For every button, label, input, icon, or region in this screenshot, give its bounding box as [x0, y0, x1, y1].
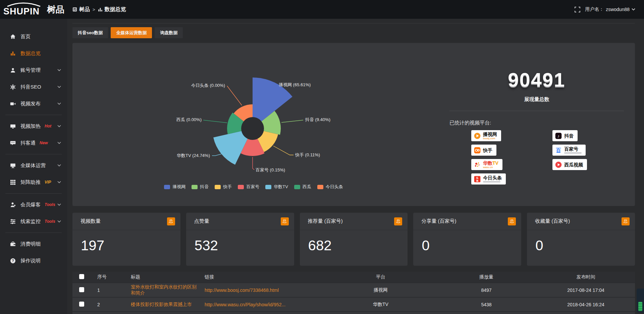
chart-legend: 播视网抖音快手百家号华数TV西瓜今日头条	[72, 184, 435, 190]
select-all-checkbox[interactable]	[79, 274, 84, 279]
breadcrumb-current-label: 数据总览	[105, 6, 126, 13]
chevron-down-icon	[57, 203, 61, 206]
summary-divider	[449, 111, 624, 111]
stat-card-value: 0	[527, 230, 635, 254]
legend-swatch	[164, 185, 170, 189]
total-badge[interactable]: 总	[167, 217, 175, 225]
sidebar-item-线索监控[interactable]: 线索监控Tools	[0, 213, 67, 230]
total-badge[interactable]: 总	[508, 217, 516, 225]
stat-card-header: 推荐量 (百家号)总	[300, 213, 408, 230]
total-badge[interactable]: 总	[622, 217, 630, 225]
logo-shupin-icon: SHUPIN	[3, 2, 46, 16]
cell-title[interactable]: 楼体投影灯投影效果震撼上市	[124, 297, 198, 312]
breadcrumb-current[interactable]: 数据总览	[98, 6, 126, 13]
tab-全媒体运营数据[interactable]: 全媒体运营数据	[111, 27, 152, 38]
legend-item-百家号[interactable]: 百家号	[238, 184, 259, 190]
legend-swatch	[317, 185, 323, 189]
floating-widget[interactable]	[637, 289, 644, 313]
legend-label: 西瓜	[303, 184, 311, 190]
legend-label: 百家号	[246, 184, 259, 190]
sidebar-item-首页[interactable]: 首页	[0, 28, 67, 45]
legend-swatch	[265, 185, 271, 189]
legend-item-华数TV[interactable]: 华数TV	[265, 184, 288, 190]
legend-item-快手[interactable]: 快手	[215, 184, 232, 190]
cell-time	[537, 312, 635, 314]
tab-询盘数据[interactable]: 询盘数据	[155, 27, 183, 38]
topbar: SHUPIN 树品 树品 > 数据总览 用户名：zswodun88	[0, 0, 644, 19]
label-leader-line	[227, 86, 242, 105]
sidebar-item-矩阵助推[interactable]: 矩阵助推VIP	[0, 174, 67, 191]
sliders-icon	[10, 219, 16, 224]
app-logo: SHUPIN 树品	[0, 2, 67, 16]
table-row: 2楼体投影灯投影效果震撼上市http://www.wasu.cn/Play/sh…	[72, 297, 635, 312]
cell-plays: 5438	[436, 297, 537, 312]
stat-card-推荐量 (百家号): 推荐量 (百家号)总682	[300, 213, 408, 266]
sidebar-item-label: 抖客通	[20, 140, 36, 146]
video-icon	[10, 101, 16, 107]
label-leader-line	[253, 157, 254, 170]
row-checkbox[interactable]	[79, 302, 84, 307]
toutiao-logo-icon: 头条	[474, 176, 481, 182]
stat-cards-row: 视频数量总197点赞量总532推荐量 (百家号)总682分享量 (百家号)总0收…	[72, 213, 635, 266]
platform-sub-strip	[483, 181, 500, 182]
row-checkbox[interactable]	[79, 287, 84, 292]
sidebar-item-label: 线索监控	[20, 218, 41, 225]
sidebar-badge-VIP: VIP	[45, 180, 51, 185]
chevron-down-icon	[57, 220, 61, 223]
main-content: 抖音seo数据全媒体运营数据询盘数据 播视网 (65.61%)抖音 (9.40%…	[67, 19, 644, 314]
stat-card-label: 视频数量	[80, 218, 101, 224]
sidebar-item-抖客通[interactable]: 抖客通New	[0, 135, 67, 151]
cell-link[interactable]	[198, 312, 325, 314]
col-header-链接: 链接	[198, 272, 325, 283]
sidebar-badge-Tools: Tools	[45, 219, 55, 224]
legend-item-西瓜[interactable]: 西瓜	[294, 184, 311, 190]
cell-no: 2	[91, 297, 124, 312]
cell-time: 2018-04-26 16:24	[537, 297, 635, 312]
platform-badge-播视网: 播视网boosj.com	[471, 130, 501, 141]
col-header-标题: 标题	[124, 272, 198, 283]
cell-title[interactable]: 室外水纹灯和室内水纹灯的区别和简介	[124, 283, 198, 297]
stat-card-分享量 (百家号): 分享量 (百家号)总0	[413, 213, 521, 266]
legend-item-播视网[interactable]: 播视网	[164, 184, 185, 190]
legend-item-今日头条[interactable]: 今日头条	[317, 184, 343, 190]
svg-text:?: ?	[12, 259, 14, 263]
legend-item-抖音[interactable]: 抖音	[192, 184, 209, 190]
logo-cn-text: 树品	[47, 4, 64, 15]
sidebar-item-会员爆客[interactable]: 会员爆客Tools	[0, 196, 67, 213]
cell-title[interactable]	[124, 312, 198, 314]
label-leader-line	[203, 120, 227, 123]
fullscreen-icon[interactable]	[575, 7, 580, 12]
platform-badge-今日头条: 头条今日头条	[471, 173, 506, 185]
platform-badges: 播视网boosj.com♪抖音快手百百家号华数TVwasu.cn西瓜视频头条今日…	[471, 130, 627, 185]
sidebar-item-视频发布[interactable]: 视频发布	[0, 95, 67, 112]
sidebar-item-消费明细[interactable]: 消费明细	[0, 235, 67, 252]
user-menu[interactable]: 用户名：zswodun88	[585, 6, 635, 12]
sidebar-item-账号管理[interactable]: 账号管理	[0, 62, 67, 78]
stat-card-value: 0	[413, 230, 521, 254]
platform-sub-label: wasu.cn	[483, 166, 493, 169]
sidebar-item-操作说明[interactable]: ?操作说明	[0, 252, 67, 269]
col-header-发布时间: 发布时间	[537, 272, 635, 283]
cell-link[interactable]: http://www.wasu.cn/Play/show/id/952...	[198, 297, 325, 312]
sidebar-item-抖音SEO[interactable]: 抖音SEO	[0, 78, 67, 95]
header-divider	[72, 23, 635, 23]
cell-link[interactable]: http://www.boosj.com/7338468.html	[198, 283, 325, 297]
cell-no: 1	[91, 283, 124, 297]
sidebar-divider	[5, 232, 62, 233]
monitor-icon	[10, 163, 16, 168]
table-header-row: 序号标题链接平台播放量发布时间	[72, 272, 635, 283]
tab-抖音seo数据[interactable]: 抖音seo数据	[72, 27, 108, 38]
chat-icon	[10, 140, 16, 146]
pie-label-百家号: 百家号 (0.15%)	[256, 167, 285, 172]
sidebar-item-数据总览[interactable]: 数据总览	[0, 45, 67, 62]
total-badge[interactable]: 总	[281, 217, 289, 225]
total-badge[interactable]: 总	[394, 217, 402, 225]
legend-swatch	[215, 185, 221, 189]
sidebar-divider	[5, 154, 62, 154]
breadcrumb-root[interactable]: 树品	[72, 6, 90, 13]
col-header-平台: 平台	[325, 272, 436, 283]
sidebar-item-全媒体运营[interactable]: 全媒体运营	[0, 157, 67, 174]
chevron-down-icon	[632, 8, 635, 11]
overview-panel: 播视网 (65.61%)抖音 (9.40%)快手 (0.11%)百家号 (0.1…	[72, 43, 635, 206]
sidebar-item-视频加热[interactable]: 视频加热Hot	[0, 118, 67, 135]
